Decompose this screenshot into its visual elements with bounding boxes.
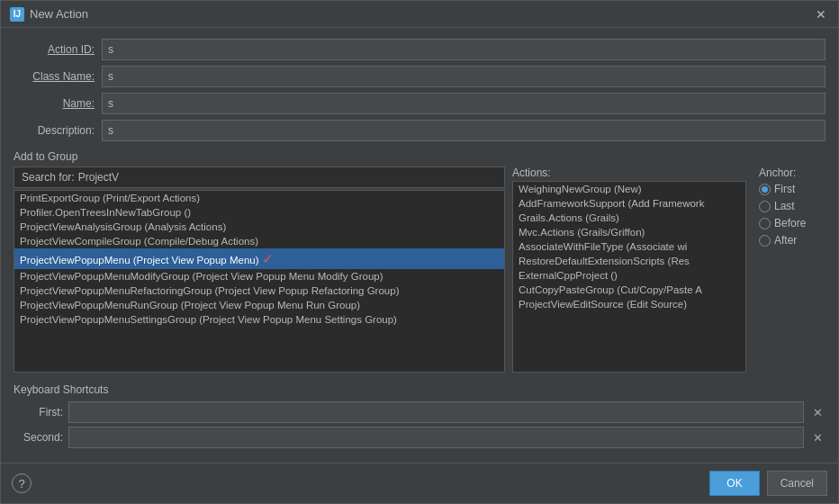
list-item[interactable]: RestoreDefaultExtensionScripts (Res <box>513 254 745 268</box>
anchor-before[interactable]: Before <box>759 217 825 230</box>
keyboard-section: Keyboard Shortcuts First: ✕ Second: ✕ <box>14 383 825 452</box>
list-item-selected[interactable]: ProjectViewPopupMenu (Project View Popup… <box>14 248 504 269</box>
second-shortcut-clear-button[interactable]: ✕ <box>809 429 825 446</box>
class-name-label: Class Name: <box>14 70 95 83</box>
title-bar-left: IJ New Action <box>10 7 88 22</box>
dialog-title: New Action <box>30 7 88 21</box>
search-value: ProjectV <box>78 171 119 184</box>
first-shortcut-clear-button[interactable]: ✕ <box>809 404 825 420</box>
radio-first-circle[interactable] <box>759 184 771 195</box>
first-shortcut-row: First: ✕ <box>14 401 825 423</box>
list-item[interactable]: ProjectViewPopupMenuRefactoringGroup (Pr… <box>14 284 504 298</box>
description-row: Description: <box>14 120 825 141</box>
footer: ? OK Cancel <box>1 463 838 503</box>
radio-after-circle[interactable] <box>759 235 771 247</box>
anchor-radio-group: First Last Before After <box>759 183 825 247</box>
list-item[interactable]: WeighingNewGroup (New) <box>513 182 745 196</box>
first-shortcut-input[interactable] <box>68 401 804 423</box>
action-id-input[interactable] <box>102 39 825 60</box>
title-bar: IJ New Action ✕ <box>1 1 838 28</box>
list-item[interactable]: ProjectViewPopupMenuSettingsGroup (Proje… <box>14 312 504 327</box>
second-shortcut-row: Second: ✕ <box>14 427 825 448</box>
anchor-after[interactable]: After <box>759 234 825 247</box>
cancel-button[interactable]: Cancel <box>767 471 827 496</box>
list-item[interactable]: AddFrameworkSupport (Add Framework <box>513 196 745 211</box>
footer-buttons: OK Cancel <box>709 471 827 496</box>
second-shortcut-input[interactable] <box>68 427 804 448</box>
anchor-first-label: First <box>774 183 795 195</box>
search-bar: Search for: ProjectV <box>14 166 505 188</box>
new-action-dialog: IJ New Action ✕ Action ID: Class Name: N… <box>0 0 839 504</box>
list-item[interactable]: Mvc.Actions (Grails/Griffon) <box>513 225 745 239</box>
close-button[interactable]: ✕ <box>813 6 829 22</box>
list-item[interactable]: PrintExportGroup (Print/Export Actions) <box>14 191 504 205</box>
second-shortcut-label: Second: <box>14 431 63 444</box>
anchor-after-label: After <box>774 234 797 247</box>
description-label: Description: <box>14 124 95 137</box>
list-item[interactable]: ProjectViewPopupMenuRunGroup (Project Vi… <box>14 298 504 312</box>
list-item[interactable]: ProjectViewAnalysisGroup (Analysis Actio… <box>14 220 504 234</box>
class-name-row: Class Name: <box>14 66 825 87</box>
ok-button[interactable]: OK <box>709 471 759 496</box>
lists-container: Search for: ProjectV PrintExportGroup (P… <box>14 166 825 373</box>
list-item[interactable]: ProjectViewPopupMenuModifyGroup (Project… <box>14 269 504 284</box>
add-to-group-label: Add to Group <box>14 150 825 163</box>
action-id-label: Action ID: <box>14 43 95 56</box>
group-list[interactable]: PrintExportGroup (Print/Export Actions) … <box>14 190 505 373</box>
first-shortcut-label: First: <box>14 406 63 418</box>
actions-label: Actions: <box>512 166 746 179</box>
search-for-label: Search for: <box>22 171 75 184</box>
anchor-last[interactable]: Last <box>759 200 825 212</box>
add-to-group-section: Add to Group Search for: ProjectV PrintE… <box>14 147 825 373</box>
anchor-label: Anchor: <box>759 166 825 179</box>
help-button[interactable]: ? <box>12 473 32 493</box>
list-item[interactable]: Profiler.OpenTreesInNewTabGroup () <box>14 205 504 220</box>
anchor-panel: Anchor: First Last Before <box>753 166 825 373</box>
action-id-row: Action ID: <box>14 39 825 60</box>
list-item[interactable]: CutCopyPasteGroup (Cut/Copy/Paste A <box>513 283 745 297</box>
list-item[interactable]: ExternalCppProject () <box>513 268 745 283</box>
keyboard-title: Keyboard Shortcuts <box>14 383 825 396</box>
radio-last-circle[interactable] <box>759 201 771 212</box>
list-item[interactable]: ProjectViewEditSource (Edit Source) <box>513 297 745 311</box>
app-icon: IJ <box>10 7 24 22</box>
dialog-content: Action ID: Class Name: Name: Description… <box>1 28 838 463</box>
anchor-first[interactable]: First <box>759 183 825 195</box>
list-item[interactable]: ProjectViewCompileGroup (Compile/Debug A… <box>14 234 504 248</box>
class-name-input[interactable] <box>102 66 825 87</box>
radio-before-circle[interactable] <box>759 218 771 230</box>
anchor-last-label: Last <box>774 200 795 212</box>
group-list-panel: Search for: ProjectV PrintExportGroup (P… <box>14 166 505 373</box>
actions-list[interactable]: WeighingNewGroup (New) AddFrameworkSuppo… <box>512 181 746 373</box>
name-label: Name: <box>14 97 95 110</box>
name-input[interactable] <box>102 93 825 114</box>
list-item[interactable]: Grails.Actions (Grails) <box>513 211 745 225</box>
anchor-before-label: Before <box>774 217 806 230</box>
list-item[interactable]: AssociateWithFileType (Associate wi <box>513 239 745 254</box>
actions-list-panel: Actions: WeighingNewGroup (New) AddFrame… <box>512 166 746 373</box>
description-input[interactable] <box>102 120 825 141</box>
name-row: Name: <box>14 93 825 114</box>
